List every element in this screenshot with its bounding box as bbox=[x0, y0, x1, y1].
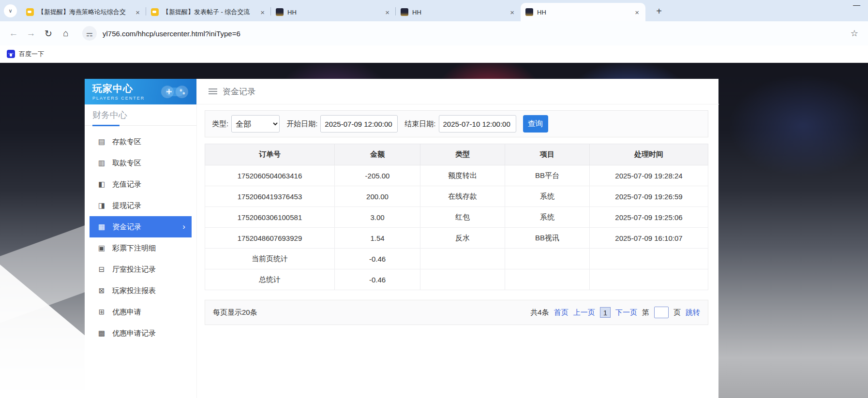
cell-amount: 3.00 bbox=[335, 207, 420, 228]
reload-button[interactable]: ↻ bbox=[40, 25, 57, 42]
query-button[interactable]: 查询 bbox=[523, 115, 548, 133]
pager: 共4条 首页 上一页 1 下一页 第 页 跳转 bbox=[530, 307, 700, 318]
tab-search-button[interactable]: ∨ bbox=[4, 4, 17, 17]
chevron-right-icon: › bbox=[182, 222, 185, 232]
tab-title: 【新提醒】海燕策略论坛综合交 bbox=[38, 8, 130, 16]
sidebar-item-label: 资金记录 bbox=[112, 222, 141, 232]
tab-title: 【新提醒】发表帖子 - 综合交流 bbox=[163, 8, 255, 16]
player-report-icon: ⊠ bbox=[97, 286, 106, 295]
sidebar-item-withdraw[interactable]: ▥ 取款专区 bbox=[90, 152, 192, 174]
cell-project: 系统 bbox=[505, 186, 590, 207]
current-page-indicator[interactable]: 1 bbox=[600, 307, 611, 318]
tab-5-active[interactable]: HH × bbox=[521, 3, 645, 21]
next-page-link[interactable]: 下一页 bbox=[615, 308, 637, 317]
sidebar-item-promo-apply[interactable]: ⊞ 优惠申请 bbox=[90, 301, 192, 323]
sidebar-item-fund-records[interactable]: ▦ 资金记录 › bbox=[90, 216, 192, 237]
col-type: 类型 bbox=[420, 144, 505, 165]
cell-order-no: 1752048607693929 bbox=[205, 228, 335, 249]
sidebar-item-hall-bet-records[interactable]: ⊟ 厅室投注记录 bbox=[90, 259, 192, 280]
close-icon[interactable]: × bbox=[633, 8, 641, 16]
cell-type: 反水 bbox=[420, 228, 505, 249]
first-page-link[interactable]: 首页 bbox=[554, 308, 569, 317]
cell-empty bbox=[590, 249, 708, 269]
fund-record-icon: ▦ bbox=[97, 222, 106, 231]
prev-page-link[interactable]: 上一页 bbox=[573, 308, 595, 317]
table-row-page-summary: 当前页统计 -0.46 bbox=[205, 249, 708, 269]
cell-order-no: 1752060306100581 bbox=[205, 207, 335, 228]
tab-title: HH bbox=[287, 9, 380, 16]
end-date-input[interactable] bbox=[439, 115, 516, 133]
cell-project: BB平台 bbox=[505, 165, 590, 186]
cell-project: 系统 bbox=[505, 207, 590, 228]
forward-button[interactable]: → bbox=[22, 25, 40, 42]
cell-type: 额度转出 bbox=[420, 165, 505, 186]
tab-2[interactable]: 【新提醒】发表帖子 - 综合交流 × bbox=[146, 3, 271, 21]
cell-time: 2025-07-09 16:10:07 bbox=[590, 228, 708, 249]
cell-empty bbox=[505, 249, 590, 269]
end-date-label: 结束日期: bbox=[404, 119, 435, 129]
sidebar-item-lottery-bet-details[interactable]: ▣ 彩票下注明细 bbox=[90, 237, 192, 259]
sidebar-item-promo-apply-records[interactable]: ▩ 优惠申请记录 bbox=[90, 323, 192, 344]
sidebar-item-label: 取款专区 bbox=[112, 159, 141, 168]
player-center-panel: 玩家中心 PLAYERS CENTER 财务中心 ▤ bbox=[85, 79, 718, 398]
site-info-icon[interactable]: ⚎ bbox=[82, 26, 97, 41]
cell-time: 2025-07-09 19:25:06 bbox=[590, 207, 708, 228]
content-header: 资金记录 bbox=[197, 79, 719, 104]
sidebar-item-player-bet-report[interactable]: ⊠ 玩家投注报表 bbox=[90, 280, 192, 301]
bookmarks-bar: 百度一下 bbox=[0, 45, 868, 63]
sidebar-item-label: 优惠申请记录 bbox=[112, 329, 156, 338]
cell-empty bbox=[420, 269, 505, 290]
close-icon[interactable]: × bbox=[384, 8, 391, 16]
start-date-input[interactable] bbox=[320, 115, 398, 133]
bookmark-star-icon[interactable]: ☆ bbox=[851, 28, 858, 39]
recharge-icon: ◧ bbox=[97, 180, 106, 189]
cell-order-no: 1752060504063416 bbox=[205, 165, 335, 186]
tab-favicon bbox=[525, 8, 533, 16]
withdraw-icon: ▥ bbox=[97, 159, 106, 167]
tab-3[interactable]: HH × bbox=[271, 3, 396, 21]
sidebar-item-deposit[interactable]: ▤ 存款专区 bbox=[90, 131, 192, 152]
sidebar-header: 玩家中心 PLAYERS CENTER bbox=[85, 79, 196, 104]
sidebar-item-withdrawal-records[interactable]: ◨ 提现记录 bbox=[90, 195, 192, 216]
bookmark-baidu[interactable]: 百度一下 bbox=[19, 50, 44, 59]
home-button[interactable]: ⌂ bbox=[57, 25, 75, 42]
withdrawal-record-icon: ◨ bbox=[97, 201, 106, 210]
tab-1[interactable]: 【新提醒】海燕策略论坛综合交 × bbox=[21, 3, 146, 21]
address-bar[interactable]: yl756.com/hhcp/usercenter.html?iniType=6 bbox=[103, 29, 240, 38]
sidebar-item-label: 充值记录 bbox=[112, 180, 141, 189]
col-time: 处理时间 bbox=[590, 144, 708, 165]
sidebar-item-label: 彩票下注明细 bbox=[112, 244, 156, 253]
content-area: 资金记录 类型: 全部 开始日期: 结束日期: 查询 bbox=[197, 79, 719, 398]
table-row: 1752048607693929 1.54 反水 BB视讯 2025-07-09… bbox=[205, 228, 708, 249]
tab-favicon bbox=[151, 8, 159, 16]
close-icon[interactable]: × bbox=[134, 8, 141, 16]
cell-empty bbox=[590, 269, 708, 290]
close-icon[interactable]: × bbox=[259, 8, 266, 16]
close-icon[interactable]: × bbox=[509, 8, 516, 16]
back-button[interactable]: ← bbox=[5, 25, 22, 42]
new-tab-button[interactable]: + bbox=[652, 4, 666, 18]
sidebar-item-label: 提现记录 bbox=[112, 201, 141, 210]
jump-link[interactable]: 跳转 bbox=[686, 308, 700, 317]
page-title: 资金记录 bbox=[223, 86, 255, 97]
chevron-down-icon: ∨ bbox=[8, 8, 12, 14]
filter-bar: 类型: 全部 开始日期: 结束日期: 查询 bbox=[205, 110, 708, 137]
page-number-input[interactable] bbox=[654, 307, 669, 318]
sidebar-item-recharge-records[interactable]: ◧ 充值记录 bbox=[90, 174, 192, 195]
type-select[interactable]: 全部 bbox=[231, 115, 280, 133]
cell-order-no: 1752060419376453 bbox=[205, 186, 335, 207]
col-order-no: 订单号 bbox=[205, 144, 335, 165]
tab-title: HH bbox=[412, 9, 505, 16]
tab-4[interactable]: HH × bbox=[396, 3, 521, 21]
tab-title: HH bbox=[537, 9, 629, 16]
baidu-favicon bbox=[7, 50, 15, 58]
col-project: 项目 bbox=[505, 144, 590, 165]
per-page-label: 每页显示20条 bbox=[213, 308, 257, 317]
sidebar-item-label: 存款专区 bbox=[112, 137, 141, 147]
minimize-button[interactable]: — bbox=[853, 0, 860, 9]
total-count-label: 共4条 bbox=[530, 308, 549, 317]
sidebar-menu: ▤ 存款专区 ▥ 取款专区 ◧ 充值记录 ◨ 提现记录 bbox=[85, 131, 196, 344]
tab-favicon bbox=[276, 8, 284, 16]
cell-summary-amount: -0.46 bbox=[335, 269, 420, 290]
cell-time: 2025-07-09 19:28:24 bbox=[590, 165, 708, 186]
